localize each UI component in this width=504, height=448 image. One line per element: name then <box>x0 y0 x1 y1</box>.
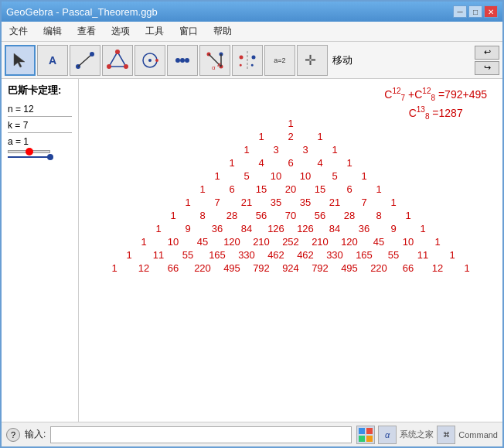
pascal-num: 1 <box>452 262 482 274</box>
pascal-num: 84 <box>232 223 261 234</box>
svg-point-5 <box>115 50 120 54</box>
pascal-num: 56 <box>305 210 335 221</box>
svg-text:α: α <box>212 64 216 71</box>
svg-point-6 <box>124 64 128 69</box>
tool-polygon[interactable] <box>102 45 133 76</box>
menu-tools[interactable]: 工具 <box>141 23 169 39</box>
svg-text:✛: ✛ <box>305 53 316 68</box>
tool-move-view[interactable]: ✛ <box>297 45 328 76</box>
pascal-num: 9 <box>379 223 408 234</box>
pascal-num: 12 <box>129 262 158 274</box>
pascal-num: 120 <box>217 236 247 248</box>
pascal-num: 7 <box>349 197 379 208</box>
svg-point-21 <box>252 55 256 59</box>
pascal-num: 120 <box>335 236 364 248</box>
pascal-num: 1 <box>393 210 423 221</box>
svg-point-20 <box>240 55 243 59</box>
pascal-row: 1104512021025221012045101 <box>129 236 452 248</box>
pascal-num: 8 <box>188 210 217 221</box>
pascal-num: 55 <box>379 249 408 261</box>
pascal-num: 1 <box>438 249 467 261</box>
pascal-num: 1 <box>320 144 349 156</box>
tool-number[interactable]: a=2 <box>264 45 295 76</box>
pascal-num: 21 <box>320 197 349 208</box>
menu-edit[interactable]: 编辑 <box>39 23 66 39</box>
pascal-num: 36 <box>203 223 232 234</box>
pascal-num: 1 <box>203 170 232 182</box>
formula-line1: C127 +C128 =792+495 <box>384 87 487 102</box>
n-label: n = 12 <box>8 104 34 115</box>
pascal-num: 8 <box>364 210 393 221</box>
pascal-num: 495 <box>335 262 364 274</box>
menu-bar: 文件 编辑 查看 选项 工具 窗口 帮助 <box>2 22 502 42</box>
pascal-num: 10 <box>261 170 291 182</box>
n-param: n = 12 <box>8 104 72 117</box>
pascal-num: 220 <box>188 262 217 274</box>
pascal-num: 165 <box>349 249 379 261</box>
move-label: 移动 <box>332 53 352 67</box>
red-slider[interactable] <box>8 150 72 153</box>
svg-point-3 <box>90 52 94 56</box>
pascal-num: 45 <box>364 236 393 248</box>
svg-text:●: ● <box>250 62 254 67</box>
svg-point-7 <box>107 64 111 69</box>
maximize-button[interactable]: □ <box>468 5 482 18</box>
menu-window[interactable]: 窗口 <box>175 23 203 39</box>
pascal-row: 15101051 <box>203 170 379 182</box>
menu-help[interactable]: 帮助 <box>209 23 237 39</box>
help-button[interactable]: ? <box>6 428 20 442</box>
taskbar-windows-icon <box>356 426 375 444</box>
pascal-row: 18285670562881 <box>158 210 423 221</box>
pascal-num: 1 <box>188 183 217 195</box>
pascal-num: 252 <box>276 236 305 248</box>
svg-point-13 <box>180 58 185 63</box>
pascal-num: 6 <box>335 183 364 195</box>
pascal-row: 1115516533046246233016555111 <box>114 249 467 261</box>
pascal-num: 792 <box>247 262 276 274</box>
tool-point[interactable] <box>167 45 198 76</box>
menu-view[interactable]: 查看 <box>73 23 100 39</box>
pascal-num: 1 <box>173 197 203 208</box>
tool-angle[interactable]: α <box>199 45 230 76</box>
title-bar: GeoGebra - Pascal_Theorem.ggb ─ □ ✕ <box>2 2 502 22</box>
menu-file[interactable]: 文件 <box>5 23 32 39</box>
bottom-bar: ? 输入: α 系统之家 ⌘ Command <box>2 422 502 446</box>
svg-text:●: ● <box>239 62 242 67</box>
redo-button[interactable]: ↪ <box>475 61 499 75</box>
undo-button[interactable]: ↩ <box>475 46 499 60</box>
pascal-row: 193684126126843691 <box>144 223 438 234</box>
pascal-row: 1331 <box>232 144 349 156</box>
pascal-num: 6 <box>217 183 247 195</box>
pascal-num: 11 <box>144 249 173 261</box>
tool-text[interactable]: A <box>37 45 68 76</box>
input-field[interactable] <box>50 426 352 443</box>
pascal-num: 165 <box>203 249 232 261</box>
tool-reflect[interactable]: ● ● <box>232 45 263 76</box>
a-slider-row: a = 1 <box>8 136 72 147</box>
close-button[interactable]: ✕ <box>484 5 498 18</box>
pascal-num: 1 <box>158 210 188 221</box>
tool-cursor[interactable] <box>5 45 36 76</box>
pascal-num: 495 <box>217 262 247 274</box>
tool-line[interactable] <box>70 45 100 76</box>
pascal-num: 66 <box>158 262 188 274</box>
pascal-num: 66 <box>393 262 423 274</box>
pascal-num: 4 <box>305 157 335 169</box>
pascal-num: 1 <box>232 144 261 156</box>
pascal-num: 55 <box>173 249 203 261</box>
pascal-num: 330 <box>232 249 261 261</box>
pascal-num: 9 <box>173 223 203 234</box>
pascal-num: 3 <box>291 144 320 156</box>
svg-point-9 <box>148 59 152 62</box>
pascal-num: 10 <box>291 170 320 182</box>
tool-circle[interactable] <box>135 45 165 76</box>
pascal-num: 5 <box>320 170 349 182</box>
pascal-row: 1126622049579292479249522066121 <box>100 262 482 274</box>
window-controls: ─ □ ✕ <box>453 5 498 18</box>
main-area: 巴斯卡定理: n = 12 k = 7 a = 1 <box>2 79 502 422</box>
pascal-num: 21 <box>232 197 261 208</box>
menu-options[interactable]: 选项 <box>107 23 135 39</box>
svg-rect-29 <box>366 436 373 442</box>
minimize-button[interactable]: ─ <box>453 5 467 18</box>
pascal-num: 10 <box>158 236 188 248</box>
